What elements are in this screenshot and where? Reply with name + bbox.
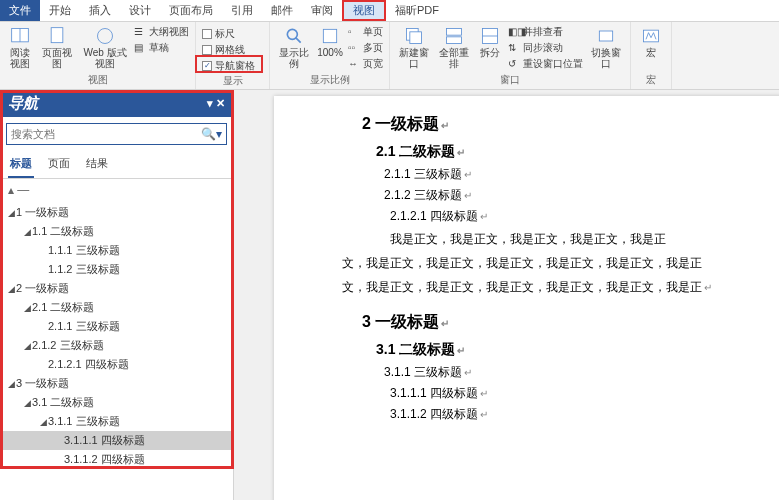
triangle-down-icon[interactable]: ◢ (22, 227, 32, 237)
group-label-views: 视图 (4, 72, 191, 89)
nav-tree-item[interactable]: ◢3.1.1 三级标题 (0, 412, 233, 431)
draft-view-button[interactable]: ▤草稿 (134, 40, 189, 55)
nav-tree-item[interactable]: ◢2.1 二级标题 (0, 298, 233, 317)
arrange-all-label: 全部重排 (437, 47, 471, 69)
nav-tree-item-label: 3.1.1.2 四级标题 (64, 452, 145, 467)
svg-rect-14 (644, 30, 659, 42)
reset-icon: ↺ (508, 58, 520, 70)
nav-tree-item-label: 3.1.1.1 四级标题 (64, 433, 145, 448)
nav-tree-item[interactable]: 3.1.1.1 四级标题 (0, 431, 233, 450)
magnifier-icon (284, 26, 304, 46)
search-icon[interactable]: 🔍▾ (201, 127, 222, 141)
menu-design[interactable]: 设计 (120, 0, 160, 21)
triangle-down-icon[interactable]: ◢ (22, 341, 32, 351)
page-width-button[interactable]: ↔页宽 (348, 56, 383, 71)
switch-icon (596, 26, 616, 46)
menu-layout[interactable]: 页面布局 (160, 0, 222, 21)
nav-tree-item-label: 1.1 二级标题 (32, 224, 94, 239)
nav-tree: ◢1 一级标题◢1.1 二级标题1.1.1 三级标题1.1.2 三级标题◢2 一… (0, 201, 233, 500)
group-label-show: 显示 (200, 73, 265, 90)
nav-tree-item-label: 1.1.1 三级标题 (48, 243, 120, 258)
split-button[interactable]: 拆分 (474, 24, 506, 60)
nav-tree-item[interactable]: ◢3 一级标题 (0, 374, 233, 393)
heading-2: 2.1 二级标题 (376, 143, 779, 161)
menu-foxit[interactable]: 福昕PDF (386, 0, 448, 21)
menu-file[interactable]: 文件 (0, 0, 40, 21)
group-label-zoom: 显示比例 (274, 72, 385, 89)
document-page: 2 一级标题 2.1 二级标题 2.1.1 三级标题 2.1.2 三级标题 2.… (274, 96, 779, 500)
menu-home[interactable]: 开始 (40, 0, 80, 21)
nav-tree-item[interactable]: ◢3.1 二级标题 (0, 393, 233, 412)
nav-tree-item-label: 2.1.2 三级标题 (32, 338, 104, 353)
search-input[interactable] (11, 128, 201, 140)
switch-windows-button[interactable]: 切换窗口 (586, 24, 626, 71)
print-layout-button[interactable]: 页面视图 (36, 24, 78, 71)
triangle-down-icon[interactable]: ◢ (38, 417, 48, 427)
ribbon-group-zoom: 显示比例 100% ▫单页 ▫▫多页 ↔页宽 显示比例 (270, 22, 390, 89)
triangle-down-icon[interactable]: ◢ (6, 379, 16, 389)
zoom-100-button[interactable]: 100% (314, 24, 346, 60)
svg-rect-2 (51, 28, 63, 43)
web-layout-button[interactable]: Web 版式视图 (78, 24, 132, 71)
percent-icon (320, 26, 340, 46)
menu-bar: 文件 开始 插入 设计 页面布局 引用 邮件 审阅 视图 福昕PDF (0, 0, 779, 22)
new-window-button[interactable]: 新建窗口 (394, 24, 434, 71)
one-page-button[interactable]: ▫单页 (348, 24, 383, 39)
gridlines-checkbox[interactable]: 网格线 (202, 42, 255, 57)
heading-3: 2.1.2 三级标题 (384, 187, 779, 204)
multi-page-button[interactable]: ▫▫多页 (348, 40, 383, 55)
nav-tree-item[interactable]: 2.1.1 三级标题 (0, 317, 233, 336)
sync-icon: ⇅ (508, 42, 520, 54)
triangle-down-icon[interactable]: ◢ (6, 208, 16, 218)
new-window-label: 新建窗口 (397, 47, 431, 69)
reset-window-button[interactable]: ↺重设窗口位置 (508, 56, 584, 71)
nav-tree-item-label: 3.1.1 三级标题 (48, 414, 120, 429)
menu-insert[interactable]: 插入 (80, 0, 120, 21)
zoom-button[interactable]: 显示比例 (274, 24, 314, 71)
nav-tree-item[interactable]: 2.1.2.1 四级标题 (0, 355, 233, 374)
ruler-checkbox[interactable]: 标尺 (202, 26, 255, 41)
window-icon (404, 26, 424, 46)
nav-tree-item[interactable]: ◢1.1 二级标题 (0, 222, 233, 241)
multi-page-icon: ▫▫ (348, 42, 360, 54)
menu-mailings[interactable]: 邮件 (262, 0, 302, 21)
document-area[interactable]: 2 一级标题 2.1 二级标题 2.1.1 三级标题 2.1.2 三级标题 2.… (234, 90, 779, 500)
macros-button[interactable]: 宏 (635, 24, 667, 60)
triangle-down-icon[interactable]: ◢ (22, 398, 32, 408)
side-icon: ◧◨ (508, 26, 520, 38)
nav-tab-pages[interactable]: 页面 (46, 153, 72, 178)
page-icon (47, 26, 67, 46)
nav-tab-results[interactable]: 结果 (84, 153, 110, 178)
nav-tree-item[interactable]: 1.1.2 三级标题 (0, 260, 233, 279)
nav-tree-item-label: 3 一级标题 (16, 376, 69, 391)
nav-pane-header: 导航 ▾ ✕ (0, 90, 233, 117)
menu-references[interactable]: 引用 (222, 0, 262, 21)
nav-tree-item[interactable]: ◢1 一级标题 (0, 203, 233, 222)
triangle-down-icon[interactable]: ◢ (22, 303, 32, 313)
navpane-checkbox[interactable]: ✓导航窗格 (202, 58, 255, 73)
outline-view-button[interactable]: ☰大纲视图 (134, 24, 189, 39)
body-text: 文，我是正文，我是正文，我是正文，我是正文，我是正文，我是正 (342, 278, 779, 297)
sync-scroll-button[interactable]: ⇅同步滚动 (508, 40, 584, 55)
body-text: 文，我是正文，我是正文，我是正文，我是正文，我是正文，我是正 (342, 254, 779, 273)
group-label-window: 窗口 (394, 72, 626, 89)
ribbon-group-macros: 宏 宏 (631, 22, 672, 89)
nav-tree-item[interactable]: 3.1.1.2 四级标题 (0, 450, 233, 469)
zoom-label: 显示比例 (277, 47, 311, 69)
search-box[interactable]: 🔍▾ (6, 123, 227, 145)
macro-icon (641, 26, 661, 46)
nav-tree-item[interactable]: 1.1.1 三级标题 (0, 241, 233, 260)
nav-close-button[interactable]: ▾ ✕ (207, 97, 225, 110)
menu-view[interactable]: 视图 (342, 0, 386, 21)
nav-tree-item[interactable]: ◢2 一级标题 (0, 279, 233, 298)
split-label: 拆分 (480, 47, 500, 58)
nav-tree-item-label: 2.1.2.1 四级标题 (48, 357, 129, 372)
menu-review[interactable]: 审阅 (302, 0, 342, 21)
nav-tab-headings[interactable]: 标题 (8, 153, 34, 178)
view-side-by-side-button[interactable]: ◧◨并排查看 (508, 24, 584, 39)
nav-tree-item[interactable]: ◢2.1.2 三级标题 (0, 336, 233, 355)
arrange-all-button[interactable]: 全部重排 (434, 24, 474, 71)
triangle-down-icon[interactable]: ◢ (6, 284, 16, 294)
read-mode-button[interactable]: 阅读 视图 (4, 24, 36, 71)
nav-collapse-button[interactable]: ▴ — (0, 179, 233, 201)
